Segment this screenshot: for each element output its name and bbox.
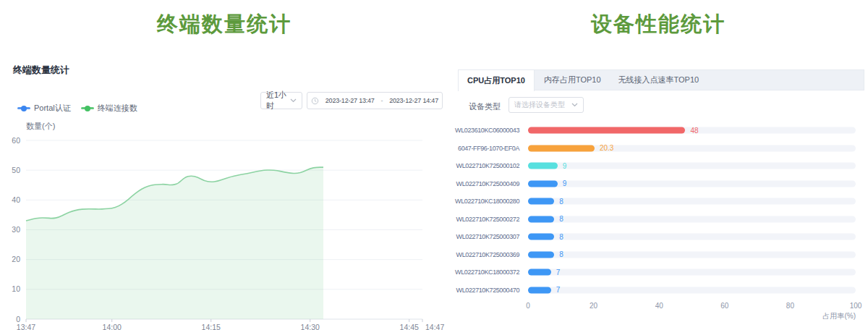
device-performance-panel: 设备性能统计 CPU占用TOP10内存占用TOP10无线接入点速率TOP10 设… [448, 0, 868, 330]
device-type-select[interactable]: 请选择设备类型 [509, 97, 584, 113]
bar-row: WL022710KC180002808 [448, 192, 868, 211]
x-tick-label: 80 [786, 302, 794, 310]
bar-fill [528, 198, 554, 205]
performance-tabs: CPU占用TOP10内存占用TOP10无线接入点速率TOP10 [458, 69, 864, 90]
bar-value: 7 [556, 268, 561, 276]
right-section-title: 设备性能统计 [448, 10, 868, 39]
chart-legend: Portal认证终端连接数 [17, 103, 137, 114]
bar-row: WL022710K7250001029 [448, 157, 868, 175]
time-range-value: 近1小时 [266, 90, 290, 111]
y-tick-label: 50 [12, 166, 20, 174]
x-tick-label: 14:15 [202, 323, 221, 330]
device-type-label: 设备类型 [469, 101, 501, 112]
left-section-title: 终端数量统计 [0, 10, 448, 39]
bar-value: 8 [559, 233, 563, 241]
x-tick-label: 14:45 [400, 323, 419, 330]
bar-fill [528, 287, 551, 293]
x-tick-label: 0 [526, 302, 530, 310]
x-tick-label: 13:47 [17, 323, 35, 330]
bar-fill [528, 127, 685, 134]
area-fill [26, 167, 323, 319]
bar-track: 8 [528, 234, 856, 240]
bar-category-label: WL022710K725000272 [448, 211, 519, 229]
bar-fill [528, 216, 554, 222]
bar-value: 8 [559, 250, 563, 258]
cpu-top10-bar-chart: WL023610KC06000043486047-FF96-1070-EF0A2… [448, 122, 868, 299]
bar-row: WL022710K7250003078 [448, 228, 868, 246]
legend-marker-icon [81, 106, 94, 111]
y-tick-label: 10 [12, 284, 20, 293]
time-range-select[interactable]: 近1小时 [260, 92, 302, 109]
legend-item[interactable]: 终端连接数 [81, 103, 137, 114]
chevron-down-icon [571, 103, 578, 107]
bar-category-label: WL022710K725000102 [448, 157, 519, 175]
date-range-end: 2023-12-27 14:47 [389, 97, 438, 104]
bar-track: 7 [528, 269, 856, 276]
y-tick-label: 20 [12, 255, 20, 263]
bar-track: 48 [528, 127, 856, 134]
bar-track: 8 [528, 251, 856, 258]
bar-track: 8 [528, 198, 856, 205]
bar-track: 9 [528, 180, 856, 187]
legend-marker-icon [17, 106, 30, 111]
bar-category-label: WL022710K725000470 [448, 282, 519, 300]
x-axis-ticks: 020406080100 [528, 302, 856, 310]
x-tick-label: 14:00 [103, 323, 122, 330]
bar-value: 9 [563, 162, 567, 170]
bar-value: 48 [690, 127, 698, 135]
dashboard: 终端数量统计 终端数量统计 近1小时 2023-12-27 13:47 - 20… [0, 0, 868, 330]
bar-row: WL022710K7250004707 [448, 282, 868, 300]
bar-value: 8 [559, 198, 563, 206]
y-tick-label: 40 [12, 195, 20, 204]
x-tick-label: 14:30 [301, 323, 320, 330]
bar-row: WL022710K7250004099 [448, 175, 868, 193]
tab-memory-top10[interactable]: 内存占用TOP10 [535, 70, 610, 90]
x-tick-label: 100 [850, 302, 862, 310]
terminal-count-line-chart: 010203040506013:4714:0014:1514:3014:4514… [0, 116, 448, 330]
y-tick-label: 0 [16, 315, 20, 323]
bar-track: 7 [528, 287, 856, 293]
bar-value: 8 [559, 215, 563, 223]
bar-category-label: WL022710K725000369 [448, 246, 519, 264]
date-range-start: 2023-12-27 13:47 [326, 97, 375, 104]
terminal-count-panel: 终端数量统计 终端数量统计 近1小时 2023-12-27 13:47 - 20… [0, 0, 448, 330]
bar-fill [528, 145, 595, 151]
bar-row: WL022710KC180003727 [448, 263, 868, 282]
legend-label: Portal认证 [34, 103, 71, 114]
y-tick-label: 30 [12, 225, 20, 234]
bar-category-label: WL022710KC18000280 [448, 192, 519, 211]
bar-fill [528, 269, 551, 276]
legend-item[interactable]: Portal认证 [17, 103, 71, 114]
date-range-picker[interactable]: 2023-12-27 13:47 - 2023-12-27 14:47 [307, 92, 443, 109]
bar-row: WL022710K7250003698 [448, 246, 868, 264]
y-tick-label: 60 [12, 136, 20, 145]
card-title: 终端数量统计 [13, 64, 69, 77]
tab-wireless-ap-rate-top10[interactable]: 无线接入点速率TOP10 [610, 70, 708, 90]
bar-fill [528, 163, 558, 169]
bar-category-label: WL022710KC18000372 [448, 263, 519, 282]
x-tick-label: 14:47 [425, 323, 444, 330]
chevron-down-icon [290, 98, 297, 103]
x-tick-label: 40 [655, 302, 663, 310]
clock-icon [311, 97, 319, 105]
bar-value: 9 [563, 179, 567, 187]
bar-row: WL023610KC0600004348 [448, 122, 868, 140]
bar-category-label: WL022710K725000409 [448, 175, 519, 193]
bar-row: WL022710K7250002728 [448, 211, 868, 229]
bar-value: 20.3 [600, 144, 613, 152]
tab-cpu-top10[interactable]: CPU占用TOP10 [458, 69, 535, 91]
bar-row: 6047-FF96-1070-EF0A20.3 [448, 140, 868, 158]
device-type-placeholder: 请选择设备类型 [514, 100, 565, 110]
bar-category-label: WL022710K725000307 [448, 228, 519, 246]
y-axis-title: 数量(个) [26, 122, 55, 130]
bar-fill [528, 234, 554, 240]
bar-category-label: WL023610KC06000043 [448, 122, 519, 140]
date-range-separator: - [381, 97, 383, 104]
bar-value: 7 [556, 286, 561, 294]
bar-track: 20.3 [528, 145, 856, 151]
x-axis-label: 占用率(%) [822, 311, 856, 321]
legend-label: 终端连接数 [98, 103, 137, 114]
bar-fill [528, 251, 554, 258]
x-tick-label: 60 [720, 302, 728, 310]
x-tick-label: 20 [590, 302, 597, 310]
